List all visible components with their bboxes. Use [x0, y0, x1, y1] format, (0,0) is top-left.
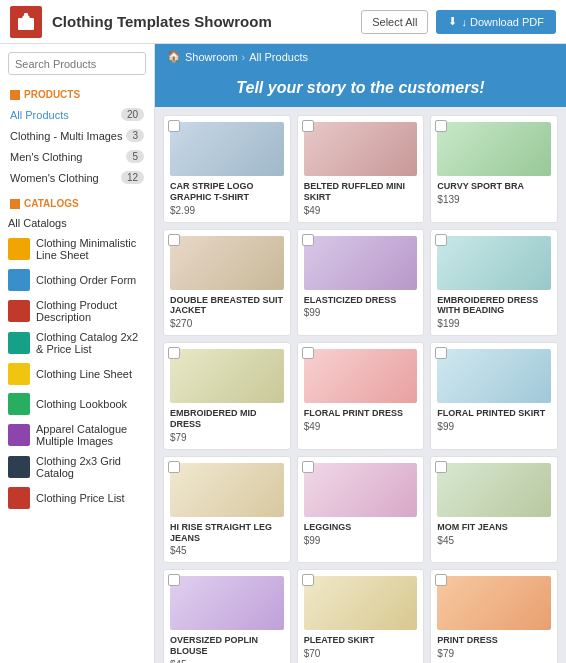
product-thumb-13 [304, 576, 418, 630]
breadcrumb-home-icon: 🏠 [167, 50, 181, 63]
product-name-14: Print Dress [437, 635, 551, 646]
product-price-8: $99 [437, 421, 551, 432]
app-wrapper: Clothing Templates Showroom Select All ⬇… [0, 0, 566, 663]
select-all-button[interactable]: Select All [361, 10, 428, 34]
sidebar-catalog-item-5[interactable]: Clothing Line Sheet [0, 359, 154, 389]
sidebar-product-item-0[interactable]: All Products20 [0, 104, 154, 125]
product-thumb-9 [170, 463, 284, 517]
product-thumb-5 [437, 236, 551, 290]
product-thumb-14 [437, 576, 551, 630]
product-thumb-7 [304, 349, 418, 403]
catalog-label-0: All Catalogs [8, 217, 67, 229]
product-name-11: Mom Fit Jeans [437, 522, 551, 533]
product-card-0[interactable]: Car Stripe Logo Graphic T-Shirt $2.99 [163, 115, 291, 223]
product-checkbox-3[interactable] [168, 234, 180, 246]
download-icon: ⬇ [448, 15, 457, 28]
sidebar-product-label: Women's Clothing [10, 172, 99, 184]
logo-icon [16, 12, 36, 32]
header: Clothing Templates Showroom Select All ⬇… [0, 0, 566, 44]
hero-section: Tell your story to the customers! [155, 69, 566, 107]
product-thumb-1 [304, 122, 418, 176]
product-checkbox-12[interactable] [168, 574, 180, 586]
product-checkbox-8[interactable] [435, 347, 447, 359]
sidebar-catalog-item-3[interactable]: Clothing Product Description [0, 295, 154, 327]
product-checkbox-13[interactable] [302, 574, 314, 586]
catalogs-icon [10, 199, 20, 209]
product-card-5[interactable]: Embroidered Dress with Beading $199 [430, 229, 558, 337]
product-card-13[interactable]: Pleated Skirt $70 [297, 569, 425, 663]
product-card-4[interactable]: Elasticized Dress $99 [297, 229, 425, 337]
hero-title: Tell your story to the customers! [165, 79, 556, 97]
product-checkbox-1[interactable] [302, 120, 314, 132]
product-checkbox-7[interactable] [302, 347, 314, 359]
product-checkbox-9[interactable] [168, 461, 180, 473]
product-card-7[interactable]: Floral Print Dress $49 [297, 342, 425, 450]
product-name-0: Car Stripe Logo Graphic T-Shirt [170, 181, 284, 203]
sidebar-catalog-item-4[interactable]: Clothing Catalog 2x2 & Price List [0, 327, 154, 359]
product-card-10[interactable]: Leggings $99 [297, 456, 425, 564]
sidebar-catalog-item-0[interactable]: All Catalogs [0, 213, 154, 233]
product-price-10: $99 [304, 535, 418, 546]
search-input[interactable] [9, 54, 146, 74]
product-card-9[interactable]: Hi Rise Straight Leg Jeans $45 [163, 456, 291, 564]
product-name-1: Belted Ruffled Mini Skirt [304, 181, 418, 203]
product-name-3: Double Breasted Suit Jacket [170, 295, 284, 317]
sidebar-catalog-item-8[interactable]: Clothing 2x3 Grid Catalog [0, 451, 154, 483]
product-price-4: $99 [304, 307, 418, 318]
product-checkbox-6[interactable] [168, 347, 180, 359]
product-price-0: $2.99 [170, 205, 284, 216]
product-thumb-11 [437, 463, 551, 517]
product-card-8[interactable]: Floral Printed Skirt $99 [430, 342, 558, 450]
product-checkbox-0[interactable] [168, 120, 180, 132]
product-name-4: Elasticized Dress [304, 295, 418, 306]
product-name-6: Embroidered Mid Dress [170, 408, 284, 430]
product-checkbox-10[interactable] [302, 461, 314, 473]
product-thumb-8 [437, 349, 551, 403]
product-card-2[interactable]: Curvy Sport Bra $139 [430, 115, 558, 223]
svg-rect-1 [24, 13, 28, 19]
product-card-11[interactable]: Mom Fit Jeans $45 [430, 456, 558, 564]
download-pdf-button[interactable]: ⬇ ↓ Download PDF [436, 10, 556, 34]
product-card-1[interactable]: Belted Ruffled Mini Skirt $49 [297, 115, 425, 223]
product-checkbox-5[interactable] [435, 234, 447, 246]
product-price-13: $70 [304, 648, 418, 659]
catalog-thumb-8 [8, 456, 30, 478]
catalog-label-8: Clothing 2x3 Grid Catalog [36, 455, 146, 479]
sidebar-catalog-item-7[interactable]: Apparel Catalogue Multiple Images [0, 419, 154, 451]
product-name-13: Pleated Skirt [304, 635, 418, 646]
product-price-12: $45 [170, 659, 284, 663]
catalog-thumb-6 [8, 393, 30, 415]
product-checkbox-2[interactable] [435, 120, 447, 132]
products-grid: Car Stripe Logo Graphic T-Shirt $2.99 Be… [163, 115, 558, 663]
sidebar-catalog-item-9[interactable]: Clothing Price List [0, 483, 154, 513]
sidebar: 🔍 PRODUCTS All Products20Clothing - Mult… [0, 44, 155, 663]
catalog-thumb-4 [8, 332, 30, 354]
sidebar-product-badge: 20 [121, 108, 144, 121]
catalog-thumb-3 [8, 300, 30, 322]
catalog-thumb-2 [8, 269, 30, 291]
sidebar-catalog-item-1[interactable]: Clothing Minimalistic Line Sheet [0, 233, 154, 265]
product-card-14[interactable]: Print Dress $79 [430, 569, 558, 663]
product-checkbox-11[interactable] [435, 461, 447, 473]
product-price-11: $45 [437, 535, 551, 546]
breadcrumb-separator: › [242, 51, 246, 63]
product-card-3[interactable]: Double Breasted Suit Jacket $270 [163, 229, 291, 337]
catalog-thumb-7 [8, 424, 30, 446]
product-card-12[interactable]: Oversized Poplin Blouse $45 [163, 569, 291, 663]
product-price-6: $79 [170, 432, 284, 443]
product-thumb-6 [170, 349, 284, 403]
sidebar-catalogs-list: All CatalogsClothing Minimalistic Line S… [0, 213, 154, 513]
sidebar-product-item-1[interactable]: Clothing - Multi Images3 [0, 125, 154, 146]
sidebar-product-item-3[interactable]: Women's Clothing12 [0, 167, 154, 188]
sidebar-catalog-item-6[interactable]: Clothing Lookbook [0, 389, 154, 419]
breadcrumb-home-link[interactable]: Showroom [185, 51, 238, 63]
sidebar-product-label: Men's Clothing [10, 151, 82, 163]
product-checkbox-14[interactable] [435, 574, 447, 586]
products-icon [10, 90, 20, 100]
products-section-header: PRODUCTS [0, 85, 154, 104]
sidebar-product-item-2[interactable]: Men's Clothing5 [0, 146, 154, 167]
product-card-6[interactable]: Embroidered Mid Dress $79 [163, 342, 291, 450]
sidebar-product-label: Clothing - Multi Images [10, 130, 123, 142]
sidebar-catalog-item-2[interactable]: Clothing Order Form [0, 265, 154, 295]
product-checkbox-4[interactable] [302, 234, 314, 246]
